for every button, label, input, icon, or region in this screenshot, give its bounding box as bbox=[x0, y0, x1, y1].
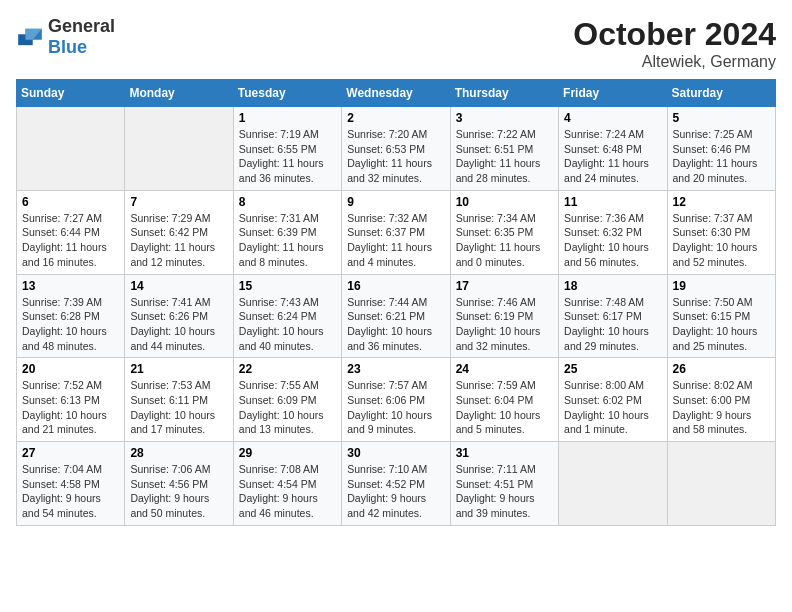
day-number: 8 bbox=[239, 195, 336, 209]
calendar-cell: 5Sunrise: 7:25 AMSunset: 6:46 PMDaylight… bbox=[667, 107, 775, 191]
calendar-cell: 11Sunrise: 7:36 AMSunset: 6:32 PMDayligh… bbox=[559, 190, 667, 274]
day-number: 3 bbox=[456, 111, 553, 125]
day-detail: Sunrise: 7:10 AMSunset: 4:52 PMDaylight:… bbox=[347, 462, 444, 521]
col-header-tuesday: Tuesday bbox=[233, 80, 341, 107]
calendar-week-4: 20Sunrise: 7:52 AMSunset: 6:13 PMDayligh… bbox=[17, 358, 776, 442]
calendar-cell: 18Sunrise: 7:48 AMSunset: 6:17 PMDayligh… bbox=[559, 274, 667, 358]
calendar-cell bbox=[667, 442, 775, 526]
calendar-cell bbox=[559, 442, 667, 526]
calendar-cell: 30Sunrise: 7:10 AMSunset: 4:52 PMDayligh… bbox=[342, 442, 450, 526]
day-number: 20 bbox=[22, 362, 119, 376]
calendar-cell: 20Sunrise: 7:52 AMSunset: 6:13 PMDayligh… bbox=[17, 358, 125, 442]
day-number: 6 bbox=[22, 195, 119, 209]
day-detail: Sunrise: 7:19 AMSunset: 6:55 PMDaylight:… bbox=[239, 127, 336, 186]
day-number: 17 bbox=[456, 279, 553, 293]
calendar-cell: 26Sunrise: 8:02 AMSunset: 6:00 PMDayligh… bbox=[667, 358, 775, 442]
calendar-week-3: 13Sunrise: 7:39 AMSunset: 6:28 PMDayligh… bbox=[17, 274, 776, 358]
day-number: 21 bbox=[130, 362, 227, 376]
day-number: 5 bbox=[673, 111, 770, 125]
day-detail: Sunrise: 7:55 AMSunset: 6:09 PMDaylight:… bbox=[239, 378, 336, 437]
calendar-cell: 23Sunrise: 7:57 AMSunset: 6:06 PMDayligh… bbox=[342, 358, 450, 442]
day-number: 9 bbox=[347, 195, 444, 209]
calendar-table: SundayMondayTuesdayWednesdayThursdayFrid… bbox=[16, 79, 776, 526]
day-number: 22 bbox=[239, 362, 336, 376]
calendar-cell: 21Sunrise: 7:53 AMSunset: 6:11 PMDayligh… bbox=[125, 358, 233, 442]
day-detail: Sunrise: 7:57 AMSunset: 6:06 PMDaylight:… bbox=[347, 378, 444, 437]
day-number: 29 bbox=[239, 446, 336, 460]
day-detail: Sunrise: 7:20 AMSunset: 6:53 PMDaylight:… bbox=[347, 127, 444, 186]
day-detail: Sunrise: 7:52 AMSunset: 6:13 PMDaylight:… bbox=[22, 378, 119, 437]
calendar-cell: 31Sunrise: 7:11 AMSunset: 4:51 PMDayligh… bbox=[450, 442, 558, 526]
day-detail: Sunrise: 7:11 AMSunset: 4:51 PMDaylight:… bbox=[456, 462, 553, 521]
calendar-cell: 24Sunrise: 7:59 AMSunset: 6:04 PMDayligh… bbox=[450, 358, 558, 442]
calendar-cell: 3Sunrise: 7:22 AMSunset: 6:51 PMDaylight… bbox=[450, 107, 558, 191]
day-detail: Sunrise: 7:06 AMSunset: 4:56 PMDaylight:… bbox=[130, 462, 227, 521]
calendar-cell: 15Sunrise: 7:43 AMSunset: 6:24 PMDayligh… bbox=[233, 274, 341, 358]
day-number: 18 bbox=[564, 279, 661, 293]
day-detail: Sunrise: 7:25 AMSunset: 6:46 PMDaylight:… bbox=[673, 127, 770, 186]
day-number: 4 bbox=[564, 111, 661, 125]
day-number: 19 bbox=[673, 279, 770, 293]
day-detail: Sunrise: 8:02 AMSunset: 6:00 PMDaylight:… bbox=[673, 378, 770, 437]
day-number: 7 bbox=[130, 195, 227, 209]
day-detail: Sunrise: 8:00 AMSunset: 6:02 PMDaylight:… bbox=[564, 378, 661, 437]
calendar-cell: 9Sunrise: 7:32 AMSunset: 6:37 PMDaylight… bbox=[342, 190, 450, 274]
day-number: 12 bbox=[673, 195, 770, 209]
page-header: General Blue October 2024 Altewiek, Germ… bbox=[16, 16, 776, 71]
calendar-cell: 2Sunrise: 7:20 AMSunset: 6:53 PMDaylight… bbox=[342, 107, 450, 191]
day-detail: Sunrise: 7:53 AMSunset: 6:11 PMDaylight:… bbox=[130, 378, 227, 437]
day-number: 2 bbox=[347, 111, 444, 125]
day-detail: Sunrise: 7:36 AMSunset: 6:32 PMDaylight:… bbox=[564, 211, 661, 270]
calendar-cell: 25Sunrise: 8:00 AMSunset: 6:02 PMDayligh… bbox=[559, 358, 667, 442]
logo-blue: Blue bbox=[48, 37, 87, 57]
day-detail: Sunrise: 7:44 AMSunset: 6:21 PMDaylight:… bbox=[347, 295, 444, 354]
day-number: 27 bbox=[22, 446, 119, 460]
day-detail: Sunrise: 7:41 AMSunset: 6:26 PMDaylight:… bbox=[130, 295, 227, 354]
day-number: 25 bbox=[564, 362, 661, 376]
day-number: 14 bbox=[130, 279, 227, 293]
day-detail: Sunrise: 7:48 AMSunset: 6:17 PMDaylight:… bbox=[564, 295, 661, 354]
col-header-wednesday: Wednesday bbox=[342, 80, 450, 107]
location-title: Altewiek, Germany bbox=[573, 53, 776, 71]
logo-icon bbox=[16, 27, 44, 47]
calendar-week-1: 1Sunrise: 7:19 AMSunset: 6:55 PMDaylight… bbox=[17, 107, 776, 191]
logo: General Blue bbox=[16, 16, 115, 58]
day-number: 24 bbox=[456, 362, 553, 376]
logo-general: General bbox=[48, 16, 115, 36]
calendar-cell: 14Sunrise: 7:41 AMSunset: 6:26 PMDayligh… bbox=[125, 274, 233, 358]
day-number: 28 bbox=[130, 446, 227, 460]
col-header-saturday: Saturday bbox=[667, 80, 775, 107]
day-detail: Sunrise: 7:59 AMSunset: 6:04 PMDaylight:… bbox=[456, 378, 553, 437]
calendar-cell: 6Sunrise: 7:27 AMSunset: 6:44 PMDaylight… bbox=[17, 190, 125, 274]
day-detail: Sunrise: 7:32 AMSunset: 6:37 PMDaylight:… bbox=[347, 211, 444, 270]
col-header-thursday: Thursday bbox=[450, 80, 558, 107]
calendar-cell: 13Sunrise: 7:39 AMSunset: 6:28 PMDayligh… bbox=[17, 274, 125, 358]
day-detail: Sunrise: 7:04 AMSunset: 4:58 PMDaylight:… bbox=[22, 462, 119, 521]
calendar-cell bbox=[125, 107, 233, 191]
calendar-cell: 27Sunrise: 7:04 AMSunset: 4:58 PMDayligh… bbox=[17, 442, 125, 526]
calendar-cell: 17Sunrise: 7:46 AMSunset: 6:19 PMDayligh… bbox=[450, 274, 558, 358]
day-number: 1 bbox=[239, 111, 336, 125]
col-header-sunday: Sunday bbox=[17, 80, 125, 107]
day-number: 13 bbox=[22, 279, 119, 293]
day-number: 31 bbox=[456, 446, 553, 460]
calendar-cell: 16Sunrise: 7:44 AMSunset: 6:21 PMDayligh… bbox=[342, 274, 450, 358]
calendar-cell: 4Sunrise: 7:24 AMSunset: 6:48 PMDaylight… bbox=[559, 107, 667, 191]
day-detail: Sunrise: 7:50 AMSunset: 6:15 PMDaylight:… bbox=[673, 295, 770, 354]
calendar-header-row: SundayMondayTuesdayWednesdayThursdayFrid… bbox=[17, 80, 776, 107]
day-detail: Sunrise: 7:08 AMSunset: 4:54 PMDaylight:… bbox=[239, 462, 336, 521]
calendar-cell: 19Sunrise: 7:50 AMSunset: 6:15 PMDayligh… bbox=[667, 274, 775, 358]
calendar-cell: 10Sunrise: 7:34 AMSunset: 6:35 PMDayligh… bbox=[450, 190, 558, 274]
calendar-cell: 28Sunrise: 7:06 AMSunset: 4:56 PMDayligh… bbox=[125, 442, 233, 526]
calendar-week-5: 27Sunrise: 7:04 AMSunset: 4:58 PMDayligh… bbox=[17, 442, 776, 526]
calendar-cell: 22Sunrise: 7:55 AMSunset: 6:09 PMDayligh… bbox=[233, 358, 341, 442]
col-header-monday: Monday bbox=[125, 80, 233, 107]
day-detail: Sunrise: 7:22 AMSunset: 6:51 PMDaylight:… bbox=[456, 127, 553, 186]
day-number: 15 bbox=[239, 279, 336, 293]
month-title: October 2024 bbox=[573, 16, 776, 53]
calendar-week-2: 6Sunrise: 7:27 AMSunset: 6:44 PMDaylight… bbox=[17, 190, 776, 274]
day-detail: Sunrise: 7:43 AMSunset: 6:24 PMDaylight:… bbox=[239, 295, 336, 354]
day-detail: Sunrise: 7:24 AMSunset: 6:48 PMDaylight:… bbox=[564, 127, 661, 186]
calendar-cell: 29Sunrise: 7:08 AMSunset: 4:54 PMDayligh… bbox=[233, 442, 341, 526]
calendar-cell: 7Sunrise: 7:29 AMSunset: 6:42 PMDaylight… bbox=[125, 190, 233, 274]
